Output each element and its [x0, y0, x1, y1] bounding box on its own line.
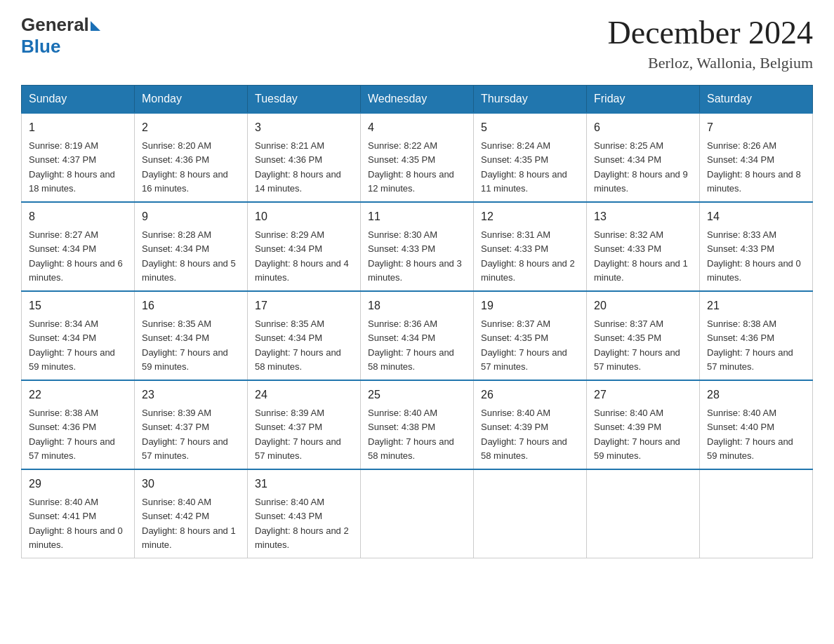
calendar-cell: 11Sunrise: 8:30 AMSunset: 4:33 PMDayligh…: [361, 202, 474, 291]
day-info: Sunrise: 8:33 AMSunset: 4:33 PMDaylight:…: [707, 229, 801, 283]
calendar-cell: 24Sunrise: 8:39 AMSunset: 4:37 PMDayligh…: [248, 380, 361, 469]
day-info: Sunrise: 8:38 AMSunset: 4:36 PMDaylight:…: [707, 318, 793, 372]
title-section: December 2024 Berloz, Wallonia, Belgium: [608, 14, 814, 72]
day-number: 5: [481, 119, 579, 136]
calendar-cell: 10Sunrise: 8:29 AMSunset: 4:34 PMDayligh…: [248, 202, 361, 291]
day-info: Sunrise: 8:35 AMSunset: 4:34 PMDaylight:…: [142, 318, 228, 372]
calendar-cell: 31Sunrise: 8:40 AMSunset: 4:43 PMDayligh…: [248, 469, 361, 558]
day-number: 3: [255, 119, 353, 136]
page-header: General Blue December 2024 Berloz, Wallo…: [21, 14, 813, 72]
day-info: Sunrise: 8:39 AMSunset: 4:37 PMDaylight:…: [255, 408, 341, 461]
day-number: 17: [255, 297, 353, 314]
day-info: Sunrise: 8:40 AMSunset: 4:38 PMDaylight:…: [368, 408, 454, 461]
day-number: 30: [142, 476, 240, 492]
day-info: Sunrise: 8:40 AMSunset: 4:42 PMDaylight:…: [142, 497, 236, 550]
day-number: 25: [368, 387, 466, 403]
calendar-cell: 3Sunrise: 8:21 AMSunset: 4:36 PMDaylight…: [248, 113, 361, 202]
day-info: Sunrise: 8:28 AMSunset: 4:34 PMDaylight:…: [142, 229, 236, 283]
calendar-cell: 4Sunrise: 8:22 AMSunset: 4:35 PMDaylight…: [361, 113, 474, 202]
day-number: 13: [594, 208, 692, 225]
calendar-cell: 5Sunrise: 8:24 AMSunset: 4:35 PMDaylight…: [474, 113, 587, 202]
calendar-cell: 14Sunrise: 8:33 AMSunset: 4:33 PMDayligh…: [700, 202, 813, 291]
day-number: 4: [368, 119, 466, 136]
calendar-week-row: 29Sunrise: 8:40 AMSunset: 4:41 PMDayligh…: [22, 469, 813, 558]
col-header-friday: Friday: [587, 86, 700, 114]
day-info: Sunrise: 8:25 AMSunset: 4:34 PMDaylight:…: [594, 140, 688, 194]
day-number: 24: [255, 387, 353, 403]
day-info: Sunrise: 8:38 AMSunset: 4:36 PMDaylight:…: [29, 408, 115, 461]
day-info: Sunrise: 8:32 AMSunset: 4:33 PMDaylight:…: [594, 229, 688, 283]
calendar-cell: [700, 469, 813, 558]
day-number: 29: [29, 476, 127, 492]
calendar-cell: 16Sunrise: 8:35 AMSunset: 4:34 PMDayligh…: [135, 291, 248, 380]
day-number: 7: [707, 119, 805, 136]
calendar-cell: 26Sunrise: 8:40 AMSunset: 4:39 PMDayligh…: [474, 380, 587, 469]
day-number: 22: [29, 387, 127, 403]
day-info: Sunrise: 8:37 AMSunset: 4:35 PMDaylight:…: [594, 318, 680, 372]
col-header-saturday: Saturday: [700, 86, 813, 114]
day-info: Sunrise: 8:27 AMSunset: 4:34 PMDaylight:…: [29, 229, 123, 283]
calendar-cell: 30Sunrise: 8:40 AMSunset: 4:42 PMDayligh…: [135, 469, 248, 558]
calendar-cell: 9Sunrise: 8:28 AMSunset: 4:34 PMDaylight…: [135, 202, 248, 291]
col-header-wednesday: Wednesday: [361, 86, 474, 114]
calendar-cell: 15Sunrise: 8:34 AMSunset: 4:34 PMDayligh…: [22, 291, 135, 380]
day-number: 11: [368, 208, 466, 225]
calendar-cell: [587, 469, 700, 558]
calendar-cell: 23Sunrise: 8:39 AMSunset: 4:37 PMDayligh…: [135, 380, 248, 469]
day-info: Sunrise: 8:31 AMSunset: 4:33 PMDaylight:…: [481, 229, 575, 283]
day-info: Sunrise: 8:40 AMSunset: 4:39 PMDaylight:…: [481, 408, 567, 461]
day-number: 15: [29, 297, 127, 314]
day-info: Sunrise: 8:21 AMSunset: 4:36 PMDaylight:…: [255, 140, 341, 194]
calendar-cell: 6Sunrise: 8:25 AMSunset: 4:34 PMDaylight…: [587, 113, 700, 202]
calendar-cell: 7Sunrise: 8:26 AMSunset: 4:34 PMDaylight…: [700, 113, 813, 202]
day-number: 9: [142, 208, 240, 225]
logo-blue-text: Blue: [21, 36, 100, 58]
calendar-week-row: 22Sunrise: 8:38 AMSunset: 4:36 PMDayligh…: [22, 380, 813, 469]
calendar-cell: 29Sunrise: 8:40 AMSunset: 4:41 PMDayligh…: [22, 469, 135, 558]
day-info: Sunrise: 8:22 AMSunset: 4:35 PMDaylight:…: [368, 140, 454, 194]
day-info: Sunrise: 8:24 AMSunset: 4:35 PMDaylight:…: [481, 140, 567, 194]
calendar-table: SundayMondayTuesdayWednesdayThursdayFrid…: [21, 85, 813, 558]
day-info: Sunrise: 8:39 AMSunset: 4:37 PMDaylight:…: [142, 408, 228, 461]
day-info: Sunrise: 8:19 AMSunset: 4:37 PMDaylight:…: [29, 140, 115, 194]
day-number: 8: [29, 208, 127, 225]
day-info: Sunrise: 8:40 AMSunset: 4:40 PMDaylight:…: [707, 408, 793, 461]
day-number: 19: [481, 297, 579, 314]
col-header-monday: Monday: [135, 86, 248, 114]
logo: General Blue: [21, 14, 100, 58]
calendar-header-row: SundayMondayTuesdayWednesdayThursdayFrid…: [22, 86, 813, 114]
col-header-tuesday: Tuesday: [248, 86, 361, 114]
logo-general-text: General: [21, 14, 89, 36]
calendar-week-row: 15Sunrise: 8:34 AMSunset: 4:34 PMDayligh…: [22, 291, 813, 380]
day-info: Sunrise: 8:40 AMSunset: 4:41 PMDaylight:…: [29, 497, 123, 550]
calendar-week-row: 1Sunrise: 8:19 AMSunset: 4:37 PMDaylight…: [22, 113, 813, 202]
day-number: 31: [255, 476, 353, 492]
day-number: 23: [142, 387, 240, 403]
day-number: 28: [707, 387, 805, 403]
day-info: Sunrise: 8:29 AMSunset: 4:34 PMDaylight:…: [255, 229, 349, 283]
calendar-week-row: 8Sunrise: 8:27 AMSunset: 4:34 PMDaylight…: [22, 202, 813, 291]
day-number: 21: [707, 297, 805, 314]
calendar-cell: 21Sunrise: 8:38 AMSunset: 4:36 PMDayligh…: [700, 291, 813, 380]
calendar-cell: 22Sunrise: 8:38 AMSunset: 4:36 PMDayligh…: [22, 380, 135, 469]
calendar-cell: [361, 469, 474, 558]
calendar-cell: 1Sunrise: 8:19 AMSunset: 4:37 PMDaylight…: [22, 113, 135, 202]
day-number: 2: [142, 119, 240, 136]
calendar-cell: 27Sunrise: 8:40 AMSunset: 4:39 PMDayligh…: [587, 380, 700, 469]
calendar-cell: [474, 469, 587, 558]
day-info: Sunrise: 8:34 AMSunset: 4:34 PMDaylight:…: [29, 318, 115, 372]
col-header-thursday: Thursday: [474, 86, 587, 114]
day-info: Sunrise: 8:40 AMSunset: 4:43 PMDaylight:…: [255, 497, 349, 550]
day-info: Sunrise: 8:35 AMSunset: 4:34 PMDaylight:…: [255, 318, 341, 372]
calendar-cell: 2Sunrise: 8:20 AMSunset: 4:36 PMDaylight…: [135, 113, 248, 202]
day-info: Sunrise: 8:30 AMSunset: 4:33 PMDaylight:…: [368, 229, 462, 283]
day-info: Sunrise: 8:26 AMSunset: 4:34 PMDaylight:…: [707, 140, 801, 194]
day-info: Sunrise: 8:36 AMSunset: 4:34 PMDaylight:…: [368, 318, 454, 372]
calendar-cell: 20Sunrise: 8:37 AMSunset: 4:35 PMDayligh…: [587, 291, 700, 380]
day-number: 6: [594, 119, 692, 136]
day-number: 12: [481, 208, 579, 225]
day-number: 10: [255, 208, 353, 225]
day-number: 14: [707, 208, 805, 225]
day-info: Sunrise: 8:37 AMSunset: 4:35 PMDaylight:…: [481, 318, 567, 372]
location-title: Berloz, Wallonia, Belgium: [608, 54, 814, 72]
